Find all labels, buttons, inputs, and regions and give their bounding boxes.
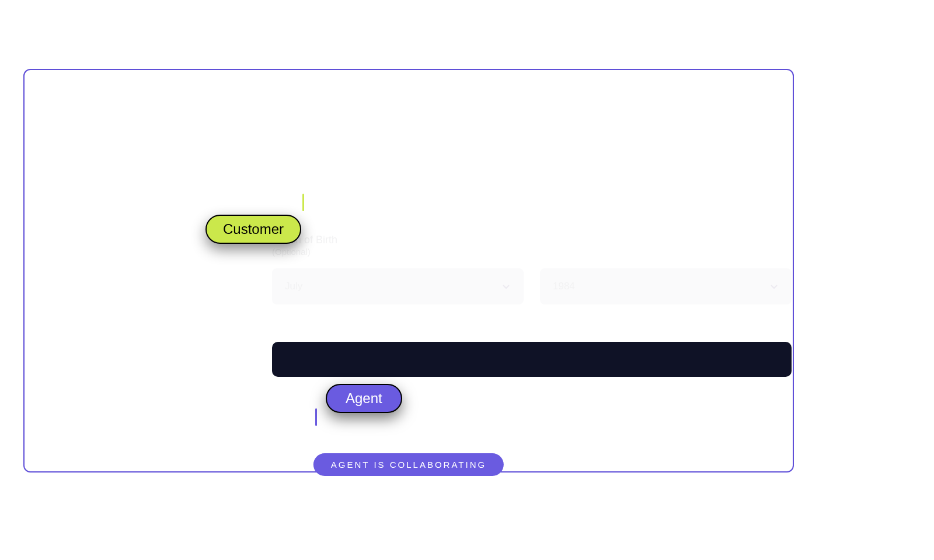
submit-button[interactable] <box>272 342 792 377</box>
customer-cursor-label: Customer <box>205 215 301 244</box>
collaboration-status-pill: AGENT IS COLLABORATING <box>313 453 504 476</box>
chevron-down-icon <box>769 282 779 291</box>
agent-cursor-label: Agent <box>326 384 402 413</box>
collaboration-frame: Month of Birth (Optional) July 1984 <box>23 69 794 473</box>
agent-cursor <box>315 408 317 426</box>
select-row: July 1984 <box>272 268 792 304</box>
customer-cursor <box>302 194 304 211</box>
month-value: July <box>285 281 302 292</box>
field-label-group: Month of Birth (Optional) <box>272 233 792 257</box>
form-section: Month of Birth (Optional) July 1984 <box>272 233 792 379</box>
chevron-down-icon <box>501 282 511 291</box>
year-value: 1984 <box>553 281 575 292</box>
field-sublabel: (Optional) <box>272 247 792 257</box>
month-select[interactable]: July <box>272 268 524 304</box>
year-select[interactable]: 1984 <box>540 268 792 304</box>
